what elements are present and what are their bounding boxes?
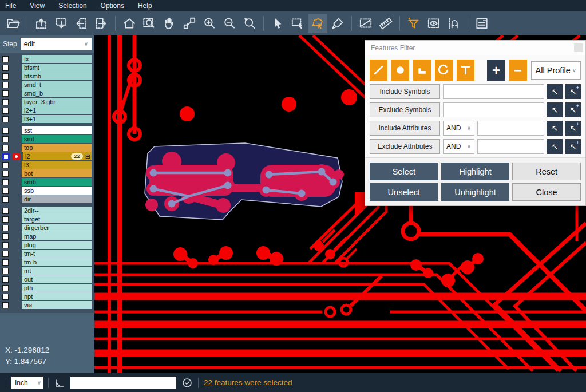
close-button[interactable]: Close xyxy=(512,183,581,201)
zoom-out-button[interactable] xyxy=(220,14,239,33)
layer-visibility-checkbox[interactable] xyxy=(2,208,9,214)
layer-name[interactable]: l3+1 xyxy=(22,115,92,123)
pointer-select-button[interactable] xyxy=(268,14,287,33)
layer-name[interactable]: bot xyxy=(22,169,92,177)
layer-row-smt[interactable]: smt xyxy=(0,135,94,143)
layer-row-npt[interactable]: npt xyxy=(0,292,94,300)
layer-visibility-checkbox[interactable] xyxy=(2,153,10,160)
zoom-reset-button[interactable] xyxy=(240,14,259,33)
exclude-attributes-logic-select[interactable]: AND ∨ xyxy=(443,139,474,154)
refresh-icon[interactable] xyxy=(181,377,193,389)
layer-row-bot[interactable]: bot xyxy=(0,169,94,177)
layer-name[interactable]: bfsmt xyxy=(22,64,92,72)
snap-button[interactable] xyxy=(444,14,464,33)
display-eye-button[interactable] xyxy=(424,14,444,33)
layer-visibility-checkbox[interactable] xyxy=(2,196,9,203)
pick-add-attribute-button[interactable]: ↖+ xyxy=(565,121,581,136)
layer-visibility-checkbox[interactable] xyxy=(2,128,9,134)
layer-visibility-checkbox[interactable] xyxy=(2,108,9,114)
pan-right-button[interactable] xyxy=(92,14,111,33)
dialog-close-button[interactable] xyxy=(574,43,583,52)
layer-visibility-checkbox[interactable] xyxy=(2,216,9,223)
layer-row-smd_b[interactable]: smd_b xyxy=(0,89,94,97)
layer-row-layer_3.gbr[interactable]: layer_3.gbr xyxy=(0,98,94,106)
include-attributes-input[interactable] xyxy=(477,121,544,136)
transform-button[interactable] xyxy=(180,14,199,33)
step-select[interactable]: edit ∨ xyxy=(21,38,92,50)
surface-feature-button[interactable] xyxy=(413,60,431,81)
layer-visibility-checkbox[interactable] xyxy=(2,171,9,177)
pick-add-attribute-button[interactable]: ↖+ xyxy=(565,139,581,154)
layer-name[interactable]: ssb xyxy=(22,187,92,195)
layer-row-sst[interactable]: sst xyxy=(0,126,94,134)
layer-name[interactable]: layer_3.gbr xyxy=(22,98,92,106)
layer-name[interactable]: top xyxy=(22,144,92,152)
include-symbols-input[interactable] xyxy=(443,84,544,99)
layer-name[interactable]: mt xyxy=(22,267,92,275)
layer-row-l3+1[interactable]: l3+1 xyxy=(0,115,94,123)
layer-name[interactable]: out xyxy=(22,275,92,283)
layer-row-l2[interactable]: l222⊞ xyxy=(0,152,94,160)
add-mode-button[interactable]: + xyxy=(487,60,505,81)
dialog-title-bar[interactable]: Features Filter xyxy=(365,41,585,55)
layer-name[interactable]: pth xyxy=(22,284,92,292)
layer-visibility-checkbox[interactable] xyxy=(2,99,9,105)
layer-visibility-checkbox[interactable] xyxy=(2,145,9,151)
include-symbols-button[interactable]: Include Symbols xyxy=(370,84,440,99)
layer-visibility-checkbox[interactable] xyxy=(2,294,9,300)
layer-name[interactable]: smt xyxy=(22,135,92,143)
layer-name[interactable]: dirgerber xyxy=(22,224,92,232)
layer-name[interactable]: map xyxy=(22,232,92,240)
pick-symbol-button[interactable]: ↖ xyxy=(547,102,563,117)
pan-up-button[interactable] xyxy=(31,14,51,33)
unit-select[interactable]: Inch ∨ xyxy=(11,377,43,389)
menu-options[interactable]: Options xyxy=(101,2,124,10)
layer-visibility-checkbox[interactable] xyxy=(2,225,9,231)
layer-row-via[interactable]: via xyxy=(0,301,94,309)
layer-visibility-checkbox[interactable] xyxy=(2,285,9,291)
layer-visibility-checkbox[interactable] xyxy=(2,276,9,283)
layer-visibility-checkbox[interactable] xyxy=(2,251,9,257)
layer-row-fx[interactable]: fx xyxy=(0,55,94,63)
clear-brush-button[interactable] xyxy=(328,14,347,33)
layer-row-target[interactable]: target xyxy=(0,215,94,223)
home-view-button[interactable] xyxy=(120,14,139,33)
pick-attribute-button[interactable]: ↖ xyxy=(547,121,563,136)
layer-name[interactable]: plug xyxy=(22,241,92,249)
rectangle-select-button[interactable] xyxy=(288,14,307,33)
layer-visibility-checkbox[interactable] xyxy=(2,242,9,248)
layer-visibility-checkbox[interactable] xyxy=(2,82,9,88)
select-button[interactable]: Select xyxy=(370,163,438,180)
layer-visibility-checkbox[interactable] xyxy=(2,268,9,274)
reset-button[interactable]: Reset xyxy=(512,163,581,180)
text-feature-button[interactable] xyxy=(457,60,474,81)
exclude-attributes-input[interactable] xyxy=(477,139,544,154)
pick-add-symbol-button[interactable]: ↖+ xyxy=(565,102,581,117)
layer-visibility-checkbox[interactable] xyxy=(2,188,9,194)
highlight-button[interactable]: Highlight xyxy=(441,163,510,180)
pad-feature-button[interactable] xyxy=(391,60,409,81)
layer-name[interactable]: dir xyxy=(22,195,92,203)
zoom-in-button[interactable] xyxy=(200,14,219,33)
menu-view[interactable]: View xyxy=(30,2,45,10)
features-filter-button[interactable] xyxy=(404,14,423,33)
layer-visibility-checkbox[interactable] xyxy=(2,179,9,185)
layer-name[interactable]: l3 xyxy=(22,161,92,169)
pick-add-symbol-button[interactable]: ↖+ xyxy=(565,84,581,99)
layer-row-plug[interactable]: plug xyxy=(0,241,94,249)
exclude-symbols-button[interactable]: Exclude Symbols xyxy=(370,102,440,117)
layer-visibility-checkbox[interactable] xyxy=(2,116,9,122)
layer-row-dirgerber[interactable]: dirgerber xyxy=(0,224,94,232)
polygon-select-button[interactable] xyxy=(308,14,327,33)
layer-name[interactable]: l222⊞ xyxy=(23,152,92,160)
profile-select[interactable]: All Profile ∨ xyxy=(531,61,581,80)
include-attributes-logic-select[interactable]: AND ∨ xyxy=(443,121,474,136)
unselect-button[interactable]: Unselect xyxy=(370,183,438,201)
layer-row-out[interactable]: out xyxy=(0,275,94,283)
exclude-symbols-input[interactable] xyxy=(443,102,544,117)
layer-name[interactable]: smd_t xyxy=(22,81,92,89)
layer-visibility-checkbox[interactable] xyxy=(2,56,9,62)
open-button[interactable] xyxy=(3,14,23,33)
layer-row-bfsmb[interactable]: bfsmb xyxy=(0,72,94,80)
pick-symbol-button[interactable]: ↖ xyxy=(547,84,563,99)
